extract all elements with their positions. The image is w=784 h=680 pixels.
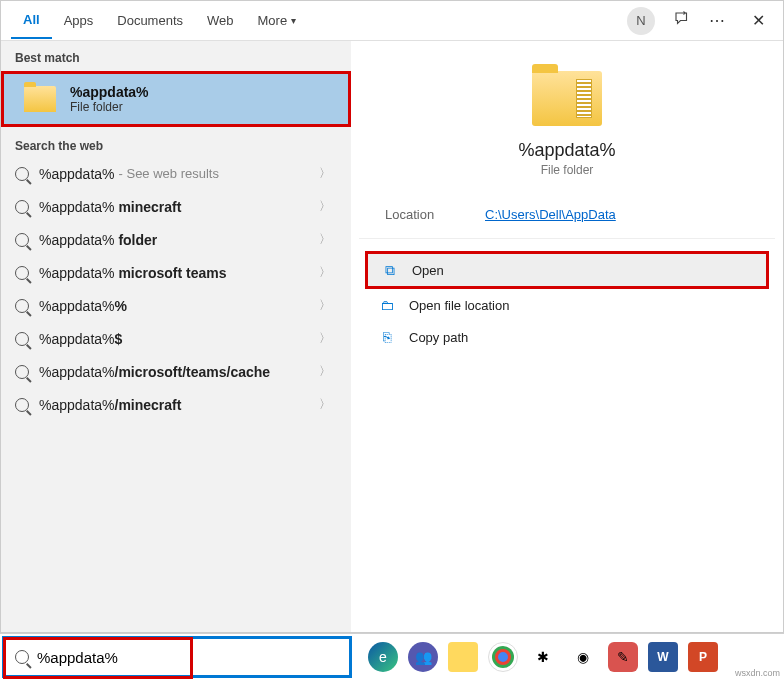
copy-icon: ⎘	[379, 329, 395, 345]
user-avatar[interactable]: N	[627, 7, 655, 35]
tab-documents[interactable]: Documents	[105, 3, 195, 38]
tab-web[interactable]: Web	[195, 3, 246, 38]
snagit-icon[interactable]: ✎	[608, 642, 638, 672]
search-icon	[15, 200, 29, 214]
tab-all[interactable]: All	[11, 2, 52, 39]
search-icon	[15, 299, 29, 313]
taskbar-search[interactable]	[2, 636, 352, 678]
search-icon	[15, 266, 29, 280]
results-pane: Best match %appdata% File folder Search …	[1, 41, 351, 632]
search-input[interactable]	[37, 649, 349, 666]
chevron-right-icon: 〉	[319, 198, 337, 215]
edge-icon[interactable]: e	[368, 642, 398, 672]
taskbar-tray: e 👥 ✱ ◉ ✎ W P	[354, 642, 718, 672]
open-icon: ⧉	[382, 262, 398, 278]
location-label: Location	[385, 207, 485, 222]
chevron-right-icon: 〉	[319, 264, 337, 281]
web-result-4[interactable]: %appdata%%〉	[1, 289, 351, 322]
web-result-6[interactable]: %appdata%/microsoft/teams/cache〉	[1, 355, 351, 388]
search-icon	[15, 365, 29, 379]
teams-icon[interactable]: 👥	[408, 642, 438, 672]
slack-icon[interactable]: ✱	[528, 642, 558, 672]
more-options-icon[interactable]: ⋯	[709, 11, 725, 30]
tab-apps[interactable]: Apps	[52, 3, 106, 38]
chevron-right-icon: 〉	[319, 297, 337, 314]
close-button[interactable]: ✕	[743, 11, 773, 30]
web-result-3[interactable]: %appdata% microsoft teams〉	[1, 256, 351, 289]
folder-icon	[24, 86, 56, 112]
chevron-right-icon: 〉	[319, 165, 337, 182]
watermark: wsxdn.com	[735, 668, 780, 678]
preview-title: %appdata%	[351, 140, 783, 161]
preview-pane: %appdata% File folder Location C:\Users\…	[351, 41, 783, 632]
action-copy-path[interactable]: ⎘ Copy path	[365, 321, 769, 353]
chevron-right-icon: 〉	[319, 330, 337, 347]
best-match-subtitle: File folder	[70, 100, 149, 114]
search-icon	[15, 167, 29, 181]
web-result-1[interactable]: %appdata% minecraft〉	[1, 190, 351, 223]
location-row: Location C:\Users\Dell\AppData	[359, 177, 775, 239]
web-result-5[interactable]: %appdata%$〉	[1, 322, 351, 355]
chevron-right-icon: 〉	[319, 363, 337, 380]
web-result-2[interactable]: %appdata% folder〉	[1, 223, 351, 256]
best-match-heading: Best match	[1, 41, 351, 69]
web-result-7[interactable]: %appdata%/minecraft〉	[1, 388, 351, 421]
search-icon	[15, 233, 29, 247]
search-icon	[15, 332, 29, 346]
word-icon[interactable]: W	[648, 642, 678, 672]
tab-more[interactable]: More▾	[246, 3, 309, 38]
folder-open-icon: 🗀	[379, 297, 395, 313]
action-open[interactable]: ⧉ Open	[365, 251, 769, 289]
best-match-title: %appdata%	[70, 84, 149, 100]
location-link[interactable]: C:\Users\Dell\AppData	[485, 207, 616, 222]
powerpoint-icon[interactable]: P	[688, 642, 718, 672]
action-open-file-location[interactable]: 🗀 Open file location	[365, 289, 769, 321]
file-explorer-icon[interactable]	[448, 642, 478, 672]
search-icon	[15, 650, 29, 664]
chevron-right-icon: 〉	[319, 396, 337, 413]
feedback-icon[interactable]	[673, 10, 691, 32]
best-match-result[interactable]: %appdata% File folder	[1, 71, 351, 127]
search-icon	[15, 398, 29, 412]
chevron-right-icon: 〉	[319, 231, 337, 248]
chrome-canary-icon[interactable]: ◉	[568, 642, 598, 672]
search-web-heading: Search the web	[1, 129, 351, 157]
preview-subtitle: File folder	[351, 163, 783, 177]
taskbar: e 👥 ✱ ◉ ✎ W P wsxdn.com	[0, 633, 784, 680]
folder-icon-large	[532, 71, 602, 126]
search-window: All Apps Documents Web More▾ N ⋯ ✕ Best …	[0, 0, 784, 633]
title-actions: N ⋯ ✕	[627, 7, 773, 35]
tabs-bar: All Apps Documents Web More▾ N ⋯ ✕	[1, 1, 783, 41]
web-result-0[interactable]: %appdata% - See web results〉	[1, 157, 351, 190]
chevron-down-icon: ▾	[291, 15, 296, 26]
chrome-icon[interactable]	[488, 642, 518, 672]
